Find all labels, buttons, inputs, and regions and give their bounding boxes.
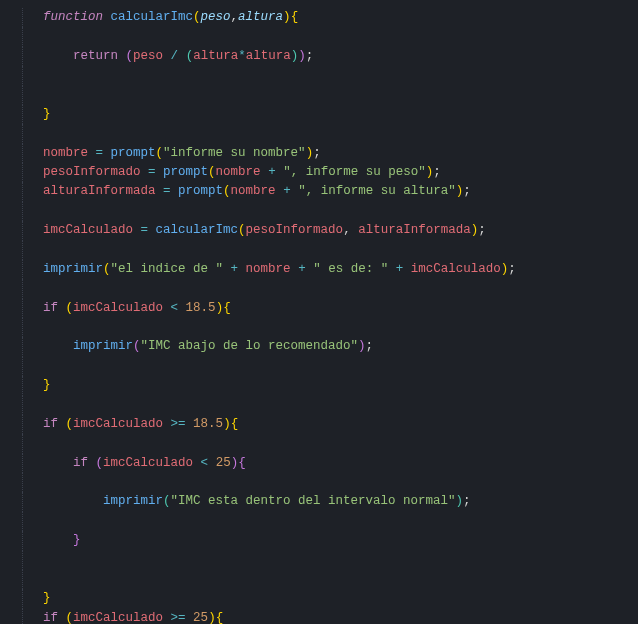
code-line: imcCalculado = calcularImc(pesoInformado…: [22, 221, 638, 240]
code-line: [22, 279, 638, 298]
code-line: [22, 318, 638, 337]
code-line: [22, 512, 638, 531]
code-line: [22, 434, 638, 453]
code-line: if (imcCalculado < 18.5){: [22, 299, 638, 318]
code-line: [22, 241, 638, 260]
code-line: [22, 551, 638, 570]
code-line: pesoInformado = prompt(nombre + ", infor…: [22, 163, 638, 182]
code-line: nombre = prompt("informe su nombre");: [22, 144, 638, 163]
code-line: alturaInformada = prompt(nombre + ", inf…: [22, 182, 638, 201]
code-line: [22, 86, 638, 105]
code-line: if (imcCalculado < 25){: [22, 454, 638, 473]
code-line: }: [22, 376, 638, 395]
keyword-if: if: [43, 301, 58, 315]
code-line: imprimir("IMC abajo de lo recomendado");: [22, 337, 638, 356]
code-line: [22, 202, 638, 221]
code-editor[interactable]: function calcularImc(peso,altura){ retur…: [0, 0, 638, 624]
code-line: if (imcCalculado >= 25){: [22, 609, 638, 624]
code-line: }: [22, 531, 638, 550]
keyword-return: return: [73, 49, 118, 63]
function-name: calcularImc: [111, 10, 194, 24]
code-line: imprimir("el indice de " + nombre + " es…: [22, 260, 638, 279]
keyword-function: function: [43, 10, 103, 24]
code-line: imprimir("IMC esta dentro del intervalo …: [22, 492, 638, 511]
code-line: function calcularImc(peso,altura){: [22, 8, 638, 27]
code-line: }: [22, 589, 638, 608]
code-line: return (peso / (altura*altura));: [22, 47, 638, 66]
code-line: [22, 570, 638, 589]
code-line: [22, 396, 638, 415]
code-line: [22, 66, 638, 85]
code-line: if (imcCalculado >= 18.5){: [22, 415, 638, 434]
code-line: [22, 27, 638, 46]
code-line: }: [22, 105, 638, 124]
code-line: [22, 124, 638, 143]
code-line: [22, 473, 638, 492]
code-line: [22, 357, 638, 376]
